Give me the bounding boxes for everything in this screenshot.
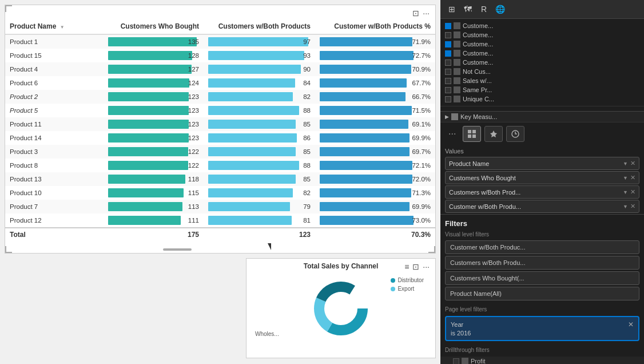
field-product-name[interactable]: Product Name ▼ ✕ — [445, 157, 639, 170]
chart-drag-icon[interactable]: ≡ — [404, 262, 409, 271]
checkbox-7[interactable] — [445, 87, 451, 93]
key-measures-list: Profit Total Co... Total Co... Total Co.… — [440, 357, 644, 364]
checkbox-4[interactable] — [445, 60, 451, 66]
cell-pct-11: 71.3% — [315, 186, 435, 200]
cell-both-8: 85 — [204, 145, 315, 159]
field-product-remove[interactable]: ✕ — [630, 160, 635, 167]
cell-product-12: Product 7 — [5, 200, 104, 213]
field-product-chevron[interactable]: ▼ — [623, 161, 628, 167]
cell-pct-2: 70.9% — [315, 62, 435, 76]
label-profit: Profit — [471, 358, 486, 364]
right-panel: ⊞ 🗺 R 🌐 Custome... Custome... Custome...… — [440, 0, 644, 364]
cb-item-1[interactable]: Custome... — [440, 30, 644, 39]
page-filter-remove[interactable]: ✕ — [628, 321, 634, 329]
visual-header: ⊡ ··· — [409, 6, 433, 20]
table-row: Product 11 123 85 69.1% — [5, 117, 435, 131]
cb-item-6[interactable]: Sales w/... — [440, 76, 644, 85]
donut-chart — [309, 277, 372, 340]
cb-item-0[interactable]: Custome... — [440, 21, 644, 30]
filter-pill-1[interactable]: Customers w/Both Produ... — [445, 256, 639, 270]
field-pct-chevron[interactable]: ▼ — [623, 204, 628, 209]
checkbox-1[interactable] — [445, 32, 451, 38]
cb-item-8[interactable]: Unique C... — [440, 94, 644, 104]
field-bought-chevron[interactable]: ▼ — [623, 175, 628, 181]
checkbox-6[interactable] — [445, 78, 451, 84]
viz-tab-fields[interactable] — [463, 126, 481, 142]
table-row: Product 13 118 85 72.0% — [5, 172, 435, 186]
cb-label-8: Unique C... — [463, 96, 494, 102]
checkbox-8[interactable] — [445, 96, 451, 102]
field-both-remove[interactable]: ✕ — [630, 188, 635, 196]
cell-pct-13: 73.0% — [315, 213, 435, 228]
col-product-name[interactable]: Product Name ▼ — [5, 19, 104, 34]
footer-both: 123 — [204, 228, 315, 241]
scroll-indicator-horizontal[interactable] — [163, 248, 192, 251]
viz-tab-format[interactable] — [484, 126, 503, 142]
col-customers-bought[interactable]: Customers Who Bought — [104, 19, 204, 34]
field-customers-bought[interactable]: Customers Who Bought ▼ ✕ — [445, 171, 639, 184]
icon-table[interactable]: ⊞ — [445, 2, 459, 16]
field-pct-remove[interactable]: ✕ — [630, 203, 635, 210]
icon-format[interactable]: 🗺 — [461, 2, 475, 16]
viz-tab-analytics[interactable] — [506, 126, 524, 142]
field-customer-pct-label: Customer w/Both Produ... — [449, 203, 521, 210]
cell-bought-9: 122 — [104, 159, 204, 172]
field-customer-pct[interactable]: Customer w/Both Produ... ▼ ✕ — [445, 200, 639, 213]
filter-pill-3[interactable]: Product Name(All) — [445, 287, 639, 300]
cb-item-4[interactable]: Custome... — [440, 58, 644, 67]
donut-legend: Distributor Export — [391, 277, 424, 294]
resize-handle-tl[interactable] — [5, 5, 12, 12]
expand-icon[interactable]: ⊡ — [412, 9, 419, 18]
more-options-icon[interactable]: ··· — [423, 9, 430, 18]
cell-both-9: 88 — [204, 159, 315, 172]
main-area: ⊡ ··· Product Name ▼ Customers Who Bough… — [0, 0, 440, 364]
table-container: Product Name ▼ Customers Who Bought Cust… — [5, 19, 435, 242]
cell-pct-12: 69.9% — [315, 200, 435, 213]
cell-pct-7: 69.9% — [315, 131, 435, 145]
cell-both-1: 93 — [204, 49, 315, 62]
drillthrough-label: Drillthrough filters — [440, 343, 644, 354]
checkbox-5[interactable] — [445, 69, 451, 75]
viz-more-icon[interactable]: ··· — [445, 128, 459, 140]
resize-handle-bl[interactable] — [5, 246, 12, 253]
checkbox-0[interactable] — [445, 23, 451, 29]
cell-bought-4: 123 — [104, 90, 204, 104]
field-bought-remove[interactable]: ✕ — [630, 174, 635, 181]
chart-more-icon[interactable]: ··· — [423, 262, 430, 271]
cb-label-5: Not Cus... — [463, 68, 491, 75]
svg-rect-5 — [472, 130, 476, 133]
table-header-row: Product Name ▼ Customers Who Bought Cust… — [5, 19, 435, 34]
cb-item-2[interactable]: Custome... — [440, 39, 644, 49]
icon-globe[interactable]: 🌐 — [493, 2, 507, 16]
icon-analytics[interactable]: R — [477, 2, 491, 16]
page-filter-value: is 2016 — [451, 330, 634, 337]
cell-pct-8: 69.7% — [315, 145, 435, 159]
checkbox-2[interactable] — [445, 41, 451, 48]
key-measures-row[interactable]: ▶ Key Measu... — [440, 112, 644, 122]
cb-item-7[interactable]: Same Pr... — [440, 85, 644, 94]
table-row: Product 5 123 88 71.5% — [5, 104, 435, 117]
field-customers-both[interactable]: Customers w/Both Prod... ▼ ✕ — [445, 185, 639, 199]
col-customers-both[interactable]: Customers w/Both Products — [204, 19, 315, 34]
table-icon-3 — [454, 50, 460, 57]
top-icons-row: ⊞ 🗺 R 🌐 — [440, 0, 644, 19]
resize-handle-br[interactable] — [428, 246, 435, 253]
legend-dot-distributor — [391, 278, 395, 283]
table-row: Product 12 111 81 73.0% — [5, 213, 435, 228]
checkbox-3[interactable] — [445, 50, 451, 57]
table-icon-7 — [454, 86, 460, 93]
field-both-chevron[interactable]: ▼ — [623, 189, 628, 195]
cb-profit[interactable] — [453, 358, 459, 365]
chart-expand-icon[interactable]: ⊡ — [412, 262, 419, 271]
table-icon-6 — [454, 77, 460, 84]
col-customers-pct[interactable]: Customer w/Both Products % — [315, 19, 435, 34]
filter-pill-0[interactable]: Customer w/Both Produc... — [445, 240, 639, 254]
cb-item-3[interactable]: Custome... — [440, 49, 644, 58]
filter-pill-2[interactable]: Customers Who Bought(... — [445, 271, 639, 285]
cb-item-5[interactable]: Not Cus... — [440, 67, 644, 76]
table-icon-4 — [454, 59, 460, 66]
cell-pct-3: 67.7% — [315, 76, 435, 90]
cell-bought-1: 128 — [104, 49, 204, 62]
svg-rect-6 — [468, 134, 471, 138]
cell-product-7: Product 14 — [5, 131, 104, 145]
